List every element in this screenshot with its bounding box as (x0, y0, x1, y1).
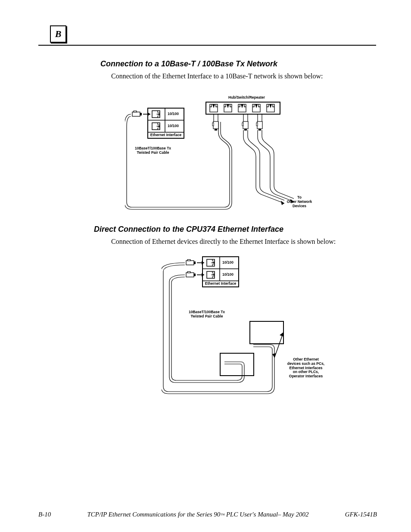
svg-rect-41 (194, 274, 196, 276)
page-footer: B-10 TCP/IP Ethernet Communications for … (38, 511, 377, 518)
rj45-plug-vert-icon (256, 121, 262, 131)
svg-rect-20 (242, 123, 243, 126)
appendix-letter: B (55, 28, 62, 40)
document-page: B Connection to a 10Base-T / 100Base Tx … (0, 0, 411, 532)
svg-rect-37 (187, 260, 190, 261)
rj45-plug-icon (186, 260, 196, 265)
ethernet-interface-label: Ethernet Interface (150, 133, 182, 137)
svg-rect-21 (257, 121, 262, 129)
rj45-port-icon (152, 123, 160, 130)
rj45-plug-icon (186, 272, 196, 277)
section1-heading: Connection to a 10Base-T / 100Base Tx Ne… (100, 59, 277, 68)
svg-rect-22 (258, 129, 261, 131)
svg-rect-38 (194, 261, 196, 264)
svg-rect-36 (186, 261, 194, 265)
svg-rect-19 (244, 129, 247, 131)
rj45-plug-vert-icon (242, 121, 248, 131)
ethernet-interface-label: Ethernet Interface (205, 282, 237, 286)
doc-number: GFK-1541B (345, 511, 377, 518)
svg-rect-39 (186, 273, 194, 277)
svg-rect-43 (220, 353, 254, 376)
svg-rect-7 (134, 111, 137, 112)
svg-rect-18 (243, 121, 248, 129)
to-other-devices-label: To Other Network Devices (281, 196, 318, 208)
svg-rect-17 (212, 123, 214, 126)
section2-para: Connection of Ethernet devices directly … (111, 238, 336, 246)
rj45-plug-icon (132, 111, 142, 117)
section2-heading: Direct Connection to the CPU374 Ethernet… (94, 225, 283, 234)
rj45-port-icon (152, 111, 160, 118)
appendix-badge: B (50, 25, 66, 43)
cable-label: 10BaseT/100Base Tx Twisted Pair Cable (183, 310, 230, 319)
rj45-port-icon (207, 271, 215, 278)
cable-label: 10BaseT/100Base Tx Twisted Pair Cable (129, 146, 177, 155)
rj45-plug-vert-icon (212, 121, 218, 131)
hub-label: Hub/Switch/Repeater (228, 96, 265, 100)
svg-rect-6 (132, 112, 140, 116)
section1-para: Connection of the Ethernet Interface to … (111, 72, 323, 80)
port1-label: 10/100 (222, 261, 234, 265)
svg-rect-23 (256, 123, 258, 126)
svg-rect-40 (187, 272, 190, 273)
diagram-direct-connection: 10/100 10/100 Ethernet Interface 10BaseT… (162, 253, 336, 397)
port2-label: 10/100 (222, 273, 234, 277)
diagram-10baset-network: Hub/Switch/Repeater (125, 94, 319, 218)
port1-label: 10/100 (168, 112, 179, 116)
port2-label: 10/100 (168, 124, 179, 128)
footer-title: TCP/IP Ethernet Communications for the S… (87, 511, 309, 518)
svg-rect-15 (213, 121, 218, 129)
rj45-port-icon (207, 259, 215, 266)
svg-rect-42 (250, 321, 283, 344)
svg-rect-16 (215, 129, 217, 131)
svg-rect-8 (140, 113, 142, 115)
page-number: B-10 (38, 511, 51, 518)
other-devices-label: Other Ethernet devices such as PCs, Ethe… (282, 358, 330, 379)
header-rule (38, 45, 376, 46)
